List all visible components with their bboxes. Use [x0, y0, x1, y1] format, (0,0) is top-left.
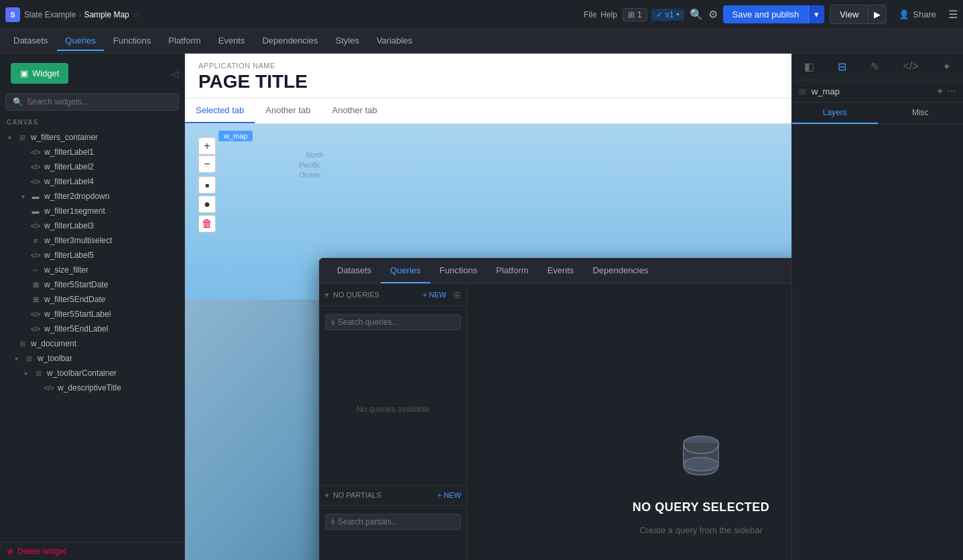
canvas-tab-selected[interactable]: Selected tab — [185, 98, 255, 123]
queries-search-input[interactable] — [338, 318, 455, 327]
breadcrumb-parent[interactable]: Slate Example — [24, 10, 76, 19]
tree-item-w-filterlabel1[interactable]: </> w_filterLabel1 — [0, 145, 184, 159]
tab-functions[interactable]: Functions — [105, 31, 159, 51]
widget-sparkle-button[interactable]: ✦ — [936, 86, 944, 96]
chevron-down-icon: ▾ — [325, 291, 329, 299]
tree-item-w-filters-container[interactable]: ▾ ⊞ w_filters_container — [0, 130, 184, 145]
new-query-button[interactable]: + NEW — [423, 291, 446, 299]
tree-item-w-filterlabel4[interactable]: </> w_filterLabel4 — [0, 174, 184, 189]
add-widget-button[interactable]: ▣ Widget — [11, 63, 68, 84]
breadcrumb-separator: › — [78, 10, 81, 19]
tab-dependencies[interactable]: Dependencies — [254, 31, 326, 51]
tree-item-w-filterlabel2[interactable]: </> w_filterLabel2 — [0, 159, 184, 174]
widget-icon: ▣ — [20, 68, 28, 78]
filter-icon: ⧫ — [331, 517, 334, 526]
rs-code-icon[interactable]: </> — [900, 58, 921, 76]
tree-item-w-filterlabel5[interactable]: </> w_filterLabel5 — [0, 248, 184, 263]
widget-type-icon: ⊞ — [799, 86, 806, 96]
new-partial-button[interactable]: + NEW — [438, 491, 461, 499]
tree-item-w-toolbarcontainer[interactable]: ▾ ⊞ w_toolbarContainer — [0, 366, 184, 380]
tree-item-w-filter1segment[interactable]: ▬ w_filter1segment — [0, 204, 184, 218]
save-publish-dropdown-button[interactable]: ▾ — [808, 5, 824, 23]
search-input[interactable] — [27, 97, 172, 107]
toggle-icon[interactable]: ▾ — [5, 134, 13, 141]
zoom-out-button[interactable]: − — [198, 155, 216, 173]
delete-label: Delete widget — [17, 547, 66, 556]
tree-item-w-filter5startdate[interactable]: ⊞ w_filter5StartDate — [0, 277, 184, 292]
favorite-icon[interactable]: ☆ — [132, 9, 140, 19]
widget-actions: ✦ ⋯ — [936, 86, 956, 96]
tree-item-w-filter5enddate[interactable]: ⊞ w_filter5EndDate — [0, 292, 184, 307]
canvas-tab-another2[interactable]: Another tab — [322, 98, 388, 123]
rs-layers-icon[interactable]: ◧ — [801, 58, 817, 76]
code-icon: </> — [31, 149, 40, 156]
toggle-icon[interactable]: ▾ — [19, 193, 27, 200]
rs-stack-icon[interactable]: ⊟ — [835, 58, 849, 76]
modal-tab-queries[interactable]: Queries — [381, 259, 430, 283]
toggle-icon[interactable]: ▾ — [12, 355, 20, 362]
tree-item-w-filter2dropdown[interactable]: ▾ ▬ w_filter2dropdown — [0, 189, 184, 204]
tab-variables[interactable]: Variables — [369, 31, 420, 51]
map-delete-button[interactable]: 🗑 — [198, 215, 216, 232]
partials-search-row: ⧫ — [320, 510, 466, 534]
share-button[interactable]: 👤 Share — [892, 5, 943, 23]
tree-item-w-size-filter[interactable]: ↔ w_size_filter — [0, 263, 184, 277]
tree-item-w-filter3multiselect[interactable]: ≡ w_filter3multiselect — [0, 233, 184, 248]
tree-item-w-document[interactable]: ⊞ w_document — [0, 336, 184, 351]
tab-datasets[interactable]: Datasets — [5, 31, 56, 51]
rs-edit-icon[interactable]: ✎ — [868, 58, 882, 76]
tab-queries[interactable]: Queries — [57, 31, 104, 51]
map-locate-button[interactable]: ● — [198, 196, 216, 213]
tree-label: w_filterLabel5 — [44, 251, 179, 260]
container-icon: ⊞ — [17, 133, 27, 142]
tree-item-w-toolbar[interactable]: ▾ ⊞ w_toolbar — [0, 351, 184, 366]
view-button[interactable]: View — [830, 5, 869, 24]
modal-tab-platform[interactable]: Platform — [487, 259, 537, 283]
breadcrumb-current[interactable]: Sample Map — [84, 10, 129, 19]
no-query-title: NO QUERY SELECTED — [633, 500, 770, 514]
canvas-header: APPLICATION NAME PAGE TITLE — [185, 54, 791, 98]
right-tab-misc[interactable]: Misc — [878, 102, 964, 124]
hamburger-icon[interactable]: ☰ — [948, 8, 958, 21]
no-queries-label: NO QUERIES — [333, 291, 419, 299]
widget-more-button[interactable]: ⋯ — [947, 86, 956, 96]
file-menu-item[interactable]: File — [584, 10, 596, 19]
tree-item-w-filterlabel3[interactable]: </> w_filterLabel3 — [0, 218, 184, 233]
right-tab-layers[interactable]: Layers — [792, 102, 878, 124]
tree-item-w-filter5startlabel[interactable]: </> w_filter5StartLabel — [0, 307, 184, 322]
import-query-button[interactable]: ⊞ — [453, 289, 461, 300]
modal-tab-events[interactable]: Events — [538, 259, 584, 283]
sidebar-collapse-icon[interactable]: ◁ — [172, 68, 179, 79]
map-fullscreen-button[interactable]: ■ — [198, 176, 216, 194]
modal-tab-dependencies[interactable]: Dependencies — [583, 259, 657, 283]
code-icon: </> — [44, 384, 54, 392]
modal-tab-datasets[interactable]: Datasets — [328, 259, 381, 283]
partials-search-input[interactable] — [338, 517, 455, 527]
search-icon[interactable]: 🔍 — [690, 8, 703, 21]
partials-search-container: ⧫ — [325, 514, 461, 530]
version-badge[interactable]: ✓ v1 • — [651, 9, 684, 21]
view-dropdown-button[interactable]: ▶ — [869, 5, 887, 24]
tree-item-w-filter5endlabel[interactable]: </> w_filter5EndLabel — [0, 322, 184, 336]
tree-label: w_filter1segment — [44, 206, 179, 216]
delete-widget-button[interactable]: ⊗ Delete widget — [0, 542, 184, 560]
version-dot: • — [676, 10, 679, 19]
tree-label: w_filters_container — [31, 133, 179, 142]
tab-styles[interactable]: Styles — [328, 31, 367, 51]
tab-events[interactable]: Events — [210, 31, 253, 51]
tree-label: w_filter3multiselect — [44, 236, 179, 245]
zoom-in-button[interactable]: + — [198, 137, 216, 155]
toggle-icon[interactable]: ▾ — [21, 370, 29, 377]
help-menu-item[interactable]: Help — [600, 10, 617, 19]
gear-icon[interactable]: ⚙ — [708, 8, 718, 21]
modal-tab-functions[interactable]: Functions — [430, 259, 487, 283]
rs-sparkle-icon[interactable]: ✦ — [940, 58, 954, 76]
canvas-tab-another1[interactable]: Another tab — [255, 98, 321, 123]
tab-platform[interactable]: Platform — [160, 31, 208, 51]
save-publish-button[interactable]: Save and publish — [723, 5, 809, 23]
container-icon: ⊞ — [17, 340, 27, 348]
save-publish-group: Save and publish ▾ — [723, 5, 825, 23]
tree-item-w-descriptivetitle[interactable]: </> w_descriptiveTitle — [0, 380, 184, 395]
map-ocean-label3: Ocean — [299, 171, 320, 179]
main-layout: ▣ Widget ◁ 🔍 CANVAS ▾ ⊞ w_filters_contai… — [0, 54, 963, 560]
